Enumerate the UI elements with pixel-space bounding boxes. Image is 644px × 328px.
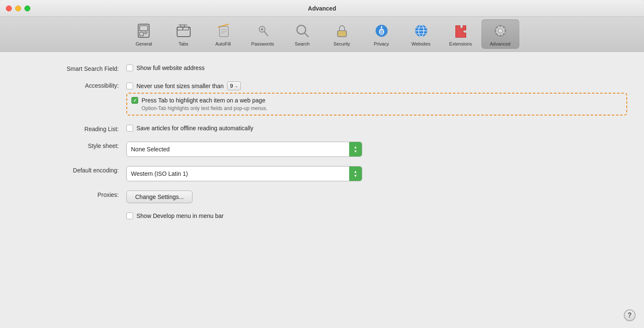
- svg-rect-40: [500, 35, 501, 37]
- svg-rect-41: [494, 30, 496, 31]
- font-size-dropdown[interactable]: 9 ⌄: [227, 81, 241, 90]
- autofill-icon: [214, 22, 232, 40]
- encoding-row: Default encoding: Western (ISO Latin 1) …: [17, 166, 627, 181]
- toolbar-item-search[interactable]: Search: [283, 19, 321, 49]
- svg-rect-12: [219, 27, 228, 37]
- toolbar-item-advanced[interactable]: Advanced: [481, 19, 519, 49]
- font-size-arrow: ⌄: [235, 83, 238, 88]
- develop-menu-control: Show Develop menu in menu bar: [126, 212, 627, 219]
- style-sheet-label: Style sheet:: [17, 142, 126, 149]
- up-arrow: ▲: [354, 145, 358, 149]
- style-sheet-row: Style sheet: None Selected ▲ ▼: [17, 142, 627, 157]
- encoding-label: Default encoding:: [17, 166, 126, 174]
- privacy-label: Privacy: [374, 41, 389, 46]
- font-size-label: Never use font sizes smaller than: [136, 83, 224, 89]
- proxies-control: Change Settings...: [126, 191, 627, 203]
- svg-line-17: [264, 32, 268, 36]
- autofill-label: AutoFill: [215, 41, 231, 46]
- privacy-icon: [373, 22, 390, 40]
- proxies-btn-row: Change Settings...: [126, 191, 627, 203]
- search-icon: [294, 22, 311, 40]
- font-size-checkbox[interactable]: [126, 83, 133, 89]
- encoding-value: Western (ISO Latin 1): [127, 168, 349, 180]
- security-icon: [333, 22, 351, 40]
- svg-rect-1: [139, 26, 147, 31]
- down-arrow-enc: ▼: [354, 174, 358, 178]
- tab-highlight-row: Press Tab to highlight each item on a we…: [131, 97, 622, 104]
- search-label: Search: [295, 41, 310, 46]
- tabs-icon: [175, 22, 192, 40]
- svg-line-20: [305, 33, 308, 37]
- accessibility-control: Never use font sizes smaller than 9 ⌄ Pr…: [126, 81, 627, 116]
- maximize-button[interactable]: [24, 5, 30, 11]
- encoding-control: Western (ISO Latin 1) ▲ ▼: [126, 166, 627, 181]
- smart-search-checkbox[interactable]: [126, 65, 133, 71]
- window-title: Advanced: [308, 5, 336, 12]
- passwords-label: Passwords: [251, 41, 274, 46]
- smart-search-checkbox-label: Show full website address: [136, 65, 205, 71]
- toolbar-item-extensions[interactable]: Extensions: [442, 19, 480, 49]
- svg-rect-2: [139, 32, 143, 36]
- style-sheet-control: None Selected ▲ ▼: [126, 142, 627, 157]
- close-button[interactable]: [6, 5, 12, 11]
- reading-list-label: Reading List:: [17, 125, 126, 132]
- svg-rect-42: [504, 30, 506, 31]
- up-arrow-enc: ▲: [354, 170, 358, 174]
- toolbar-item-tabs[interactable]: Tabs: [165, 19, 203, 49]
- svg-rect-7: [183, 27, 189, 30]
- reading-list-checkbox[interactable]: [126, 125, 133, 132]
- tabs-label: Tabs: [179, 41, 188, 46]
- style-sheet-select[interactable]: None Selected ▲ ▼: [126, 142, 362, 157]
- encoding-select-row: Western (ISO Latin 1) ▲ ▼: [126, 166, 627, 181]
- tab-hint-label: Option-Tab highlights only text fields a…: [131, 105, 622, 111]
- toolbar-item-passwords[interactable]: Passwords: [244, 19, 282, 49]
- main-content: Smart Search Field: Show full website ad…: [0, 52, 644, 328]
- passwords-icon: [254, 22, 272, 40]
- accessibility-label: Accessibility:: [17, 81, 126, 89]
- font-size-value: 9: [230, 83, 233, 89]
- help-button[interactable]: ?: [624, 309, 636, 321]
- title-bar: Advanced: [0, 0, 644, 17]
- reading-list-row: Reading List: Save articles for offline …: [17, 125, 627, 132]
- develop-menu-checkbox[interactable]: [126, 212, 133, 219]
- style-sheet-value: None Selected: [127, 143, 349, 155]
- toolbar-item-privacy[interactable]: Privacy: [363, 19, 401, 49]
- tab-highlight-box: Press Tab to highlight each item on a we…: [126, 93, 627, 116]
- toolbar: General Tabs: [0, 17, 644, 52]
- develop-menu-label: [17, 212, 126, 213]
- smart-search-label: Smart Search Field:: [17, 65, 126, 72]
- security-label: Security: [334, 41, 350, 46]
- toolbar-item-general[interactable]: General: [125, 19, 163, 49]
- font-size-row: Never use font sizes smaller than 9 ⌄: [126, 81, 627, 90]
- reading-list-checkbox-row: Save articles for offline reading automa…: [126, 125, 627, 132]
- toolbar-item-security[interactable]: Security: [323, 19, 361, 49]
- encoding-arrows[interactable]: ▲ ▼: [349, 167, 362, 181]
- reading-list-checkbox-label: Save articles for offline reading automa…: [136, 125, 254, 132]
- change-settings-button[interactable]: Change Settings...: [126, 191, 192, 203]
- smart-search-row: Smart Search Field: Show full website ad…: [17, 65, 627, 72]
- svg-point-47: [498, 29, 502, 33]
- svg-rect-6: [177, 27, 183, 30]
- reading-list-control: Save articles for offline reading automa…: [126, 125, 627, 132]
- proxies-row: Proxies: Change Settings...: [17, 191, 627, 203]
- advanced-icon: [492, 22, 509, 40]
- down-arrow: ▼: [354, 150, 358, 153]
- proxies-label: Proxies:: [17, 191, 126, 198]
- toolbar-item-websites[interactable]: Websites: [402, 19, 440, 49]
- svg-rect-39: [500, 25, 501, 27]
- minimize-button[interactable]: [15, 5, 21, 11]
- tab-highlight-checkbox[interactable]: [131, 97, 138, 104]
- traffic-lights: [6, 5, 30, 11]
- develop-menu-checkbox-row: Show Develop menu in menu bar: [126, 212, 627, 219]
- develop-menu-row: Show Develop menu in menu bar: [17, 212, 627, 219]
- websites-icon: [412, 22, 430, 40]
- style-sheet-arrows[interactable]: ▲ ▼: [349, 142, 362, 156]
- smart-search-control: Show full website address: [126, 65, 627, 71]
- develop-menu-checkbox-label: Show Develop menu in menu bar: [136, 212, 224, 219]
- toolbar-item-autofill[interactable]: AutoFill: [204, 19, 242, 49]
- window: Advanced General: [0, 0, 644, 328]
- encoding-select[interactable]: Western (ISO Latin 1) ▲ ▼: [126, 166, 362, 181]
- style-sheet-select-row: None Selected ▲ ▼: [126, 142, 627, 157]
- general-label: General: [136, 41, 152, 46]
- smart-search-checkbox-row: Show full website address: [126, 65, 627, 71]
